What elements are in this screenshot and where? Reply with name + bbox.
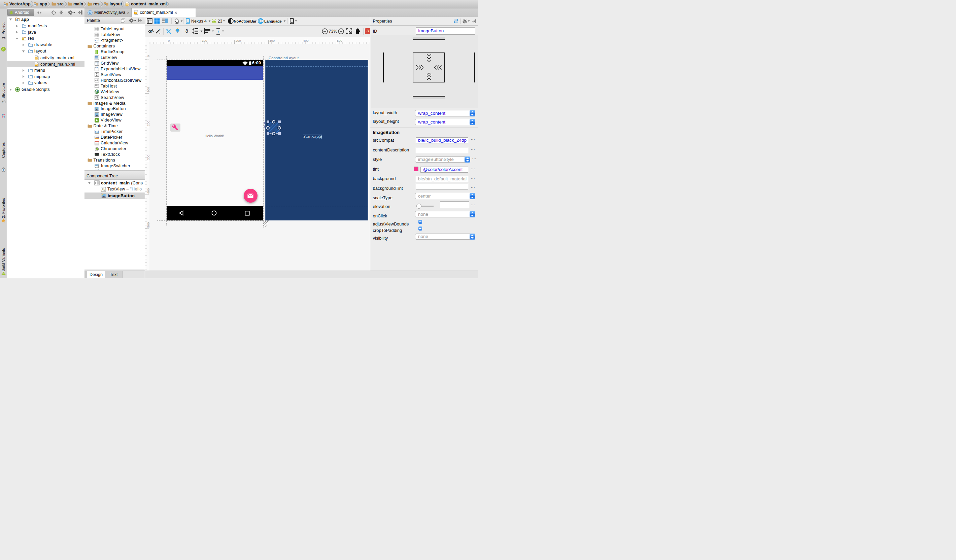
svg-text:<>: <> [35, 64, 38, 66]
svg-text:<>: <> [134, 12, 137, 14]
svg-text:1: 1 [96, 148, 97, 150]
svg-text:<>: <> [126, 3, 128, 5]
svg-text:8:10: 8:10 [94, 130, 99, 133]
svg-text:<>: <> [35, 57, 38, 59]
svg-text:C: C [89, 11, 91, 14]
svg-text:2011: 2011 [94, 136, 99, 138]
svg-text:Ab: Ab [101, 188, 105, 191]
svg-text:<>: <> [95, 39, 98, 42]
svg-text:13:31: 13:31 [94, 154, 99, 155]
